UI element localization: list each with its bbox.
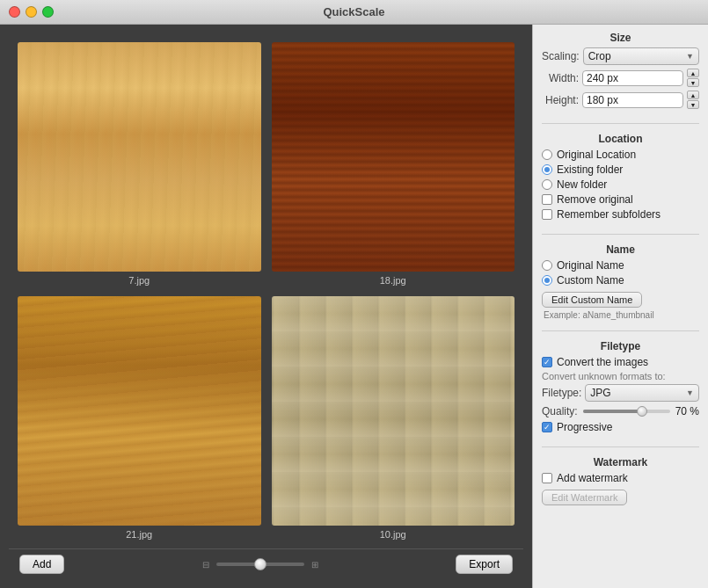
name-option-0-label: Original Name: [557, 259, 624, 272]
right-panel: Size Scaling: Crop ▼ Width: 240 px ▲ ▼: [532, 25, 708, 588]
filetype-dropdown-arrow: ▼: [686, 388, 694, 397]
main-container: 7.jpg18.jpg21.jpg10.jpg Add ⊟ ⊞ Export S…: [0, 25, 708, 588]
add-watermark-label: Add watermark: [557, 472, 628, 484]
image-thumb-0: [18, 42, 261, 272]
quality-label: Quality:: [542, 405, 578, 417]
location-option-1-label: Existing folder: [557, 163, 623, 176]
add-button[interactable]: Add: [19, 555, 64, 574]
image-label-2: 21.jpg: [126, 529, 152, 540]
convert-images-row[interactable]: ✓ Convert the images: [542, 356, 699, 368]
scaling-dropdown[interactable]: Crop ▼: [583, 47, 699, 65]
name-section: Name Original Name Custom Name Edit Cust…: [542, 243, 699, 320]
image-cell-0[interactable]: 7.jpg: [18, 42, 261, 286]
remember-subfolders-checkbox[interactable]: [542, 209, 552, 220]
remember-subfolders-label: Remember subfolders: [557, 208, 661, 221]
divider-3: [542, 330, 699, 331]
progressive-checkmark: ✓: [544, 424, 551, 432]
location-option-2-label: New folder: [557, 178, 607, 191]
image-label-0: 7.jpg: [128, 275, 150, 286]
convert-images-checkbox[interactable]: ✓: [542, 357, 552, 367]
image-label-1: 18.jpg: [380, 275, 406, 286]
remember-subfolders-row[interactable]: Remember subfolders: [542, 208, 699, 221]
height-step-up[interactable]: ▲: [687, 91, 699, 99]
width-label: Width:: [542, 72, 579, 84]
size-section: Size Scaling: Crop ▼ Width: 240 px ▲ ▼: [542, 32, 699, 113]
image-cell-2[interactable]: 21.jpg: [18, 296, 261, 540]
image-cell-1[interactable]: 18.jpg: [272, 42, 515, 286]
location-radio-2[interactable]: [542, 179, 552, 190]
height-label: Height:: [542, 94, 579, 106]
width-step-down[interactable]: ▼: [687, 78, 699, 87]
quality-thumb[interactable]: [637, 406, 647, 417]
location-radio-1[interactable]: [542, 164, 552, 175]
size-section-title: Size: [542, 32, 699, 44]
add-watermark-row[interactable]: Add watermark: [542, 472, 699, 484]
convert-note: Convert unknown formats to:: [542, 371, 699, 381]
location-radio-0[interactable]: [542, 149, 552, 160]
name-option-1-label: Custom Name: [557, 274, 624, 287]
convert-images-label: Convert the images: [557, 356, 648, 368]
title-bar: QuickScale: [0, 0, 708, 25]
image-grid: 7.jpg18.jpg21.jpg10.jpg: [9, 33, 523, 548]
zoom-slider-thumb[interactable]: [254, 558, 266, 570]
filetype-section-title: Filetype: [542, 340, 699, 352]
close-button[interactable]: [9, 6, 20, 18]
quality-slider[interactable]: [583, 410, 670, 413]
name-option-0[interactable]: Original Name: [542, 259, 699, 272]
add-watermark-checkbox[interactable]: [542, 473, 552, 483]
filetype-label: Filetype:: [542, 387, 581, 399]
name-radio-1-dot: [544, 278, 550, 283]
maximize-button[interactable]: [42, 6, 54, 18]
width-step-up[interactable]: ▲: [687, 69, 699, 77]
divider-4: [542, 446, 699, 447]
zoom-in-icon: ⊞: [311, 560, 318, 570]
remove-original-row[interactable]: Remove original: [542, 193, 699, 206]
edit-watermark-btn: Edit Watermark: [542, 490, 627, 505]
height-stepper[interactable]: ▲ ▼: [687, 91, 699, 109]
bottom-bar: Add ⊟ ⊞ Export: [9, 548, 523, 579]
edit-custom-name-btn[interactable]: Edit Custom Name: [542, 292, 642, 308]
filetype-row: Filetype: JPG ▼: [542, 384, 699, 402]
image-cell-3[interactable]: 10.jpg: [272, 296, 515, 540]
export-button[interactable]: Export: [456, 555, 513, 574]
location-option-0[interactable]: Original Location: [542, 149, 699, 161]
location-option-1[interactable]: Existing folder: [542, 163, 699, 176]
progressive-checkbox[interactable]: ✓: [542, 422, 552, 432]
name-section-title: Name: [542, 243, 699, 256]
height-step-down[interactable]: ▼: [687, 100, 699, 109]
zoom-slider-area: ⊟ ⊞: [73, 560, 447, 570]
scaling-value: Crop: [588, 50, 611, 62]
window-controls[interactable]: [9, 6, 54, 18]
name-radio-0[interactable]: [542, 260, 552, 271]
location-section: Location Original Location Existing fold…: [542, 133, 699, 223]
watermark-section-title: Watermark: [542, 456, 699, 468]
image-thumb-1: [272, 42, 515, 272]
quality-fill: [583, 410, 644, 413]
image-thumb-3: [272, 296, 515, 526]
divider-1: [542, 123, 699, 124]
zoom-slider-track[interactable]: [216, 563, 304, 566]
remove-original-checkbox[interactable]: [542, 194, 552, 205]
height-value: 180 px: [587, 94, 618, 106]
height-input[interactable]: 180 px: [582, 92, 683, 108]
width-stepper[interactable]: ▲ ▼: [687, 69, 699, 87]
convert-checkmark: ✓: [544, 359, 551, 367]
filetype-dropdown[interactable]: JPG ▼: [585, 384, 699, 402]
scaling-dropdown-arrow: ▼: [686, 52, 694, 61]
scaling-label: Scaling:: [542, 50, 580, 62]
left-panel: 7.jpg18.jpg21.jpg10.jpg Add ⊟ ⊞ Export: [0, 25, 532, 588]
width-row: Width: 240 px ▲ ▼: [542, 69, 699, 87]
divider-2: [542, 234, 699, 235]
watermark-section: Watermark Add watermark Edit Watermark: [542, 456, 699, 508]
filetype-value: JPG: [590, 387, 610, 399]
minimize-button[interactable]: [26, 6, 37, 18]
name-option-1[interactable]: Custom Name: [542, 274, 699, 287]
quality-row: Quality: 70 %: [542, 405, 699, 417]
name-radio-1[interactable]: [542, 275, 552, 286]
image-thumb-2: [18, 296, 261, 526]
progressive-label: Progressive: [557, 421, 612, 433]
location-option-2[interactable]: New folder: [542, 178, 699, 191]
quality-value: 70 %: [675, 405, 699, 417]
width-input[interactable]: 240 px: [582, 70, 683, 86]
progressive-row[interactable]: ✓ Progressive: [542, 421, 699, 433]
